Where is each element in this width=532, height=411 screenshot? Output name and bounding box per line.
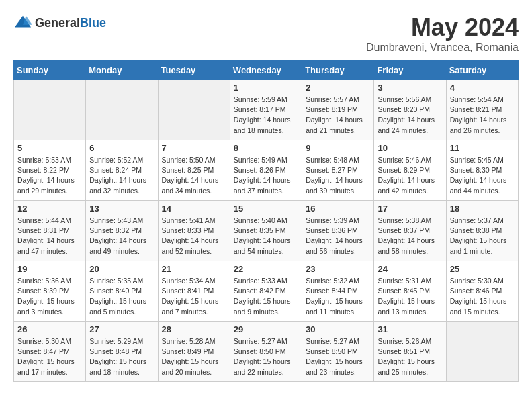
weekday-header-thursday: Thursday (302, 61, 374, 80)
day-number: 29 (234, 324, 298, 334)
day-number: 7 (162, 143, 226, 153)
day-info: Sunrise: 5:36 AMSunset: 8:39 PMDaylight:… (17, 276, 82, 317)
calendar-week-row: 26Sunrise: 5:30 AMSunset: 8:47 PMDayligh… (14, 322, 519, 382)
day-info: Sunrise: 5:30 AMSunset: 8:47 PMDaylight:… (17, 336, 82, 377)
day-number: 5 (17, 143, 82, 153)
day-info: Sunrise: 5:39 AMSunset: 8:36 PMDaylight:… (306, 216, 370, 257)
day-number: 15 (234, 203, 298, 214)
calendar-cell: 21Sunrise: 5:34 AMSunset: 8:41 PMDayligh… (158, 261, 230, 322)
day-info: Sunrise: 5:50 AMSunset: 8:25 PMDaylight:… (162, 155, 226, 196)
calendar-cell: 7Sunrise: 5:50 AMSunset: 8:25 PMDaylight… (158, 140, 230, 201)
calendar-cell: 27Sunrise: 5:29 AMSunset: 8:48 PMDayligh… (86, 322, 158, 382)
day-number: 23 (306, 264, 370, 274)
calendar-cell: 6Sunrise: 5:52 AMSunset: 8:24 PMDaylight… (86, 140, 158, 201)
calendar-cell: 4Sunrise: 5:54 AMSunset: 8:21 PMDaylight… (446, 80, 518, 140)
calendar-week-row: 5Sunrise: 5:53 AMSunset: 8:22 PMDaylight… (14, 140, 519, 201)
day-info: Sunrise: 5:29 AMSunset: 8:48 PMDaylight:… (89, 336, 154, 377)
calendar-cell (14, 80, 86, 140)
day-number: 20 (89, 264, 154, 274)
day-info: Sunrise: 5:40 AMSunset: 8:35 PMDaylight:… (234, 216, 298, 257)
calendar-cell: 14Sunrise: 5:41 AMSunset: 8:33 PMDayligh… (158, 201, 230, 261)
calendar-cell: 13Sunrise: 5:43 AMSunset: 8:32 PMDayligh… (86, 201, 158, 261)
day-number: 28 (162, 324, 226, 334)
calendar-week-row: 19Sunrise: 5:36 AMSunset: 8:39 PMDayligh… (14, 261, 519, 322)
day-info: Sunrise: 5:30 AMSunset: 8:46 PMDaylight:… (450, 276, 515, 317)
day-number: 21 (162, 264, 226, 274)
title-block: May 2024 Dumbraveni, Vrancea, Romania (366, 13, 519, 54)
weekday-header-monday: Monday (86, 61, 158, 80)
day-info: Sunrise: 5:26 AMSunset: 8:51 PMDaylight:… (378, 336, 442, 377)
day-info: Sunrise: 5:56 AMSunset: 8:20 PMDaylight:… (378, 95, 442, 136)
calendar-cell: 30Sunrise: 5:27 AMSunset: 8:50 PMDayligh… (302, 322, 374, 382)
calendar-cell: 5Sunrise: 5:53 AMSunset: 8:22 PMDaylight… (14, 140, 86, 201)
day-info: Sunrise: 5:27 AMSunset: 8:50 PMDaylight:… (306, 336, 370, 377)
day-number: 19 (17, 264, 82, 274)
day-info: Sunrise: 5:37 AMSunset: 8:38 PMDaylight:… (450, 216, 515, 257)
calendar-cell: 15Sunrise: 5:40 AMSunset: 8:35 PMDayligh… (230, 201, 302, 261)
weekday-header-saturday: Saturday (446, 61, 518, 80)
day-number: 17 (378, 203, 442, 214)
calendar-cell: 1Sunrise: 5:59 AMSunset: 8:17 PMDaylight… (230, 80, 302, 140)
day-number: 25 (450, 264, 515, 274)
day-info: Sunrise: 5:34 AMSunset: 8:41 PMDaylight:… (162, 276, 226, 317)
day-number: 10 (378, 143, 442, 153)
day-info: Sunrise: 5:28 AMSunset: 8:49 PMDaylight:… (162, 336, 226, 377)
day-number: 16 (306, 203, 370, 214)
calendar-cell: 22Sunrise: 5:33 AMSunset: 8:42 PMDayligh… (230, 261, 302, 322)
calendar-cell: 12Sunrise: 5:44 AMSunset: 8:31 PMDayligh… (14, 201, 86, 261)
logo-general: General (35, 16, 80, 30)
calendar-cell: 11Sunrise: 5:45 AMSunset: 8:30 PMDayligh… (446, 140, 518, 201)
day-number: 6 (89, 143, 154, 153)
day-info: Sunrise: 5:41 AMSunset: 8:33 PMDaylight:… (162, 216, 226, 257)
day-number: 13 (89, 203, 154, 214)
calendar-cell: 31Sunrise: 5:26 AMSunset: 8:51 PMDayligh… (374, 322, 446, 382)
calendar-cell: 18Sunrise: 5:37 AMSunset: 8:38 PMDayligh… (446, 201, 518, 261)
calendar-cell: 24Sunrise: 5:31 AMSunset: 8:45 PMDayligh… (374, 261, 446, 322)
location-subtitle: Dumbraveni, Vrancea, Romania (366, 42, 519, 54)
day-number: 1 (234, 83, 298, 93)
day-number: 11 (450, 143, 515, 153)
logo: GeneralBlue (13, 13, 106, 32)
calendar-cell (86, 80, 158, 140)
calendar-cell: 2Sunrise: 5:57 AMSunset: 8:19 PMDaylight… (302, 80, 374, 140)
calendar-cell: 26Sunrise: 5:30 AMSunset: 8:47 PMDayligh… (14, 322, 86, 382)
weekday-header-sunday: Sunday (14, 61, 86, 80)
calendar-cell: 20Sunrise: 5:35 AMSunset: 8:40 PMDayligh… (86, 261, 158, 322)
day-info: Sunrise: 5:33 AMSunset: 8:42 PMDaylight:… (234, 276, 298, 317)
day-number: 2 (306, 83, 370, 93)
calendar-cell: 23Sunrise: 5:32 AMSunset: 8:44 PMDayligh… (302, 261, 374, 322)
calendar-cell: 29Sunrise: 5:27 AMSunset: 8:50 PMDayligh… (230, 322, 302, 382)
page-header: GeneralBlue May 2024 Dumbraveni, Vrancea… (13, 13, 519, 54)
day-info: Sunrise: 5:53 AMSunset: 8:22 PMDaylight:… (17, 155, 82, 196)
calendar-cell: 3Sunrise: 5:56 AMSunset: 8:20 PMDaylight… (374, 80, 446, 140)
weekday-header-tuesday: Tuesday (158, 61, 230, 80)
day-number: 30 (306, 324, 370, 334)
day-info: Sunrise: 5:59 AMSunset: 8:17 PMDaylight:… (234, 95, 298, 136)
day-number: 27 (89, 324, 154, 334)
calendar-cell: 9Sunrise: 5:48 AMSunset: 8:27 PMDaylight… (302, 140, 374, 201)
day-info: Sunrise: 5:43 AMSunset: 8:32 PMDaylight:… (89, 216, 154, 257)
day-info: Sunrise: 5:44 AMSunset: 8:31 PMDaylight:… (17, 216, 82, 257)
calendar-cell: 28Sunrise: 5:28 AMSunset: 8:49 PMDayligh… (158, 322, 230, 382)
logo-icon (13, 13, 32, 32)
day-number: 26 (17, 324, 82, 334)
weekday-header-friday: Friday (374, 61, 446, 80)
day-number: 9 (306, 143, 370, 153)
day-info: Sunrise: 5:57 AMSunset: 8:19 PMDaylight:… (306, 95, 370, 136)
calendar-week-row: 12Sunrise: 5:44 AMSunset: 8:31 PMDayligh… (14, 201, 519, 261)
calendar-cell (158, 80, 230, 140)
day-number: 22 (234, 264, 298, 274)
calendar-cell: 8Sunrise: 5:49 AMSunset: 8:26 PMDaylight… (230, 140, 302, 201)
day-info: Sunrise: 5:48 AMSunset: 8:27 PMDaylight:… (306, 155, 370, 196)
day-info: Sunrise: 5:52 AMSunset: 8:24 PMDaylight:… (89, 155, 154, 196)
day-number: 31 (378, 324, 442, 334)
day-number: 8 (234, 143, 298, 153)
weekday-header-row: SundayMondayTuesdayWednesdayThursdayFrid… (14, 61, 519, 80)
day-info: Sunrise: 5:49 AMSunset: 8:26 PMDaylight:… (234, 155, 298, 196)
day-info: Sunrise: 5:32 AMSunset: 8:44 PMDaylight:… (306, 276, 370, 317)
month-title: May 2024 (366, 13, 519, 42)
day-number: 18 (450, 203, 515, 214)
day-info: Sunrise: 5:38 AMSunset: 8:37 PMDaylight:… (378, 216, 442, 257)
logo-blue: Blue (80, 16, 106, 30)
calendar-cell (446, 322, 518, 382)
